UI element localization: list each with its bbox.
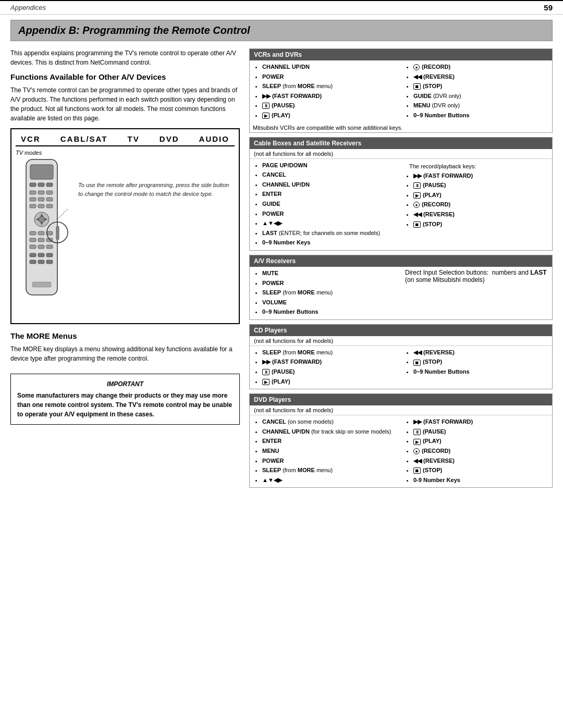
list-item: CANCEL (on some models): [262, 417, 397, 427]
list-item: ▲▼◀▶: [262, 219, 397, 228]
list-item: VOLUME: [262, 298, 397, 307]
list-item: ▶▶ (FAST FORWARD): [262, 92, 397, 101]
dvd-players-section: DVD Players (not all functions for all m…: [249, 393, 553, 488]
cable-satellite-section: Cable Boxes and Satellite Receivers (not…: [249, 137, 553, 251]
remote-diagram-area: TV modes: [16, 146, 235, 323]
list-item: ▶ (PLAY): [262, 377, 397, 387]
svg-rect-26: [30, 245, 36, 249]
list-item: 0–9 Number Keys: [262, 238, 397, 248]
list-item: CHANNEL UP/DN (for track skip on some mo…: [262, 427, 397, 437]
more-menus-body: The MORE key displays a menu showing add…: [10, 344, 240, 363]
svg-rect-35: [32, 282, 51, 287]
svg-rect-21: [38, 231, 44, 235]
svg-rect-3: [38, 183, 44, 187]
list-item: 0–9 Number Buttons: [262, 307, 397, 317]
list-item: ENTER: [262, 190, 397, 199]
svg-rect-7: [46, 191, 53, 194]
cable-satellite-header: Cable Boxes and Satellite Receivers: [250, 138, 552, 149]
dvd-col1: CANCEL (on some models) CHANNEL UP/DN (f…: [250, 415, 401, 487]
svg-point-15: [39, 216, 45, 223]
list-item: POWER: [262, 456, 397, 466]
cable-col2: The record/playback keys: ▶▶ (FAST FORWA…: [401, 159, 552, 250]
vcrs-dvrs-header: VCRs and DVRs: [250, 49, 552, 60]
svg-rect-27: [38, 245, 44, 249]
main-content: This appendix explains programming the T…: [0, 48, 563, 502]
svg-rect-5: [30, 191, 36, 194]
switch-audio: AUDIO: [199, 134, 229, 143]
important-box: IMPORTANT Some manufacturers may change …: [10, 374, 240, 425]
list-item: ◀◀ (REVERSE): [413, 348, 548, 357]
list-item: SLEEP (from MORE menu): [262, 466, 397, 475]
list-item: ● (RECORD): [413, 447, 548, 456]
list-item: 0–9 Number Buttons: [413, 367, 548, 377]
switch-diagram: VCR CABL/SAT TV DVD AUDIO TV modes: [10, 128, 240, 324]
list-item: ◀◀ (REVERSE): [413, 210, 548, 219]
switch-row: VCR CABL/SAT TV DVD AUDIO: [16, 132, 235, 146]
list-item: ● (RECORD): [413, 200, 548, 209]
cd-col2: ◀◀ (REVERSE) ⏹ (STOP) 0–9 Number Buttons: [401, 346, 552, 389]
appendix-title: Appendix B: Programming the Remote Contr…: [10, 20, 553, 41]
more-menus-section: The MORE Menus The MORE key displays a m…: [10, 331, 240, 363]
svg-rect-10: [46, 198, 53, 201]
diagram-caption: To use the remote after programming, pre…: [78, 150, 235, 198]
svg-rect-2: [30, 183, 36, 187]
switch-tv: TV: [128, 134, 140, 143]
av-col2: Direct Input Selection buttons: numbers …: [401, 267, 552, 319]
svg-rect-28: [46, 245, 53, 249]
list-item: ▶ (PLAY): [413, 437, 548, 446]
svg-rect-6: [38, 191, 44, 194]
svg-rect-29: [30, 253, 36, 257]
svg-rect-13: [46, 204, 53, 208]
header-title: Appendices: [10, 4, 46, 11]
cable-col2-note: The record/playback keys:: [405, 161, 548, 171]
list-item: GUIDE: [262, 200, 397, 209]
svg-rect-12: [38, 204, 44, 208]
right-column: VCRs and DVRs CHANNEL UP/DN POWER SLEEP …: [249, 48, 553, 492]
list-item: ◀◀ (REVERSE): [413, 72, 548, 82]
dvd-col2: ▶▶ (FAST FORWARD) ⏸ (PAUSE) ▶ (PLAY) ● (…: [401, 415, 552, 487]
dvd-players-subheader: (not all functions for all models): [250, 405, 552, 415]
cd-players-section: CD Players (not all functions for all mo…: [249, 324, 553, 389]
functions-body: The TV's remote control can be programme…: [10, 85, 240, 123]
svg-rect-23: [30, 238, 36, 242]
list-item: ⏸ (PAUSE): [262, 367, 397, 377]
list-item: ⏹ (STOP): [413, 357, 548, 367]
list-item: ⏹ (STOP): [413, 82, 548, 91]
list-item: LAST (ENTER; for channels on some models…: [262, 229, 397, 238]
list-item: PAGE UP/DOWN: [262, 161, 397, 170]
switch-cablsat: CABL/SAT: [60, 134, 108, 143]
vcrs-compat-note: Mitsubishi VCRs are compatible with some…: [250, 123, 552, 132]
list-item: POWER: [262, 209, 397, 219]
vcrs-dvrs-body: CHANNEL UP/DN POWER SLEEP (from MORE men…: [250, 60, 552, 123]
list-item: ENTER: [262, 437, 397, 446]
remote-illustration: TV modes: [16, 150, 73, 320]
svg-line-36: [57, 209, 68, 219]
list-item: POWER: [262, 279, 397, 288]
vcrs-dvrs-section: VCRs and DVRs CHANNEL UP/DN POWER SLEEP …: [249, 48, 553, 133]
more-menus-heading: The MORE Menus: [10, 331, 240, 340]
dvd-players-header: DVD Players: [250, 394, 552, 405]
list-item: 0–9 Number Buttons: [413, 111, 548, 120]
list-item: SLEEP (from MORE menu): [262, 348, 397, 357]
list-item: MENU (DVR only): [413, 101, 548, 110]
list-item: MENU: [262, 447, 397, 456]
tv-modes-label: TV modes: [16, 150, 73, 156]
list-item: CHANNEL UP/DN: [262, 180, 397, 190]
list-item: 0-9 Number Keys: [413, 476, 548, 485]
remote-svg: [16, 157, 73, 318]
svg-rect-0: [26, 159, 57, 295]
cd-players-subheader: (not all functions for all models): [250, 336, 552, 346]
list-item: ⏸ (PAUSE): [413, 427, 548, 437]
list-item: ▶ (PLAY): [413, 191, 548, 200]
list-item: ▶▶ (FAST FORWARD): [413, 417, 548, 427]
page-header: Appendices 59: [0, 0, 563, 15]
list-item: SLEEP (from MORE menu): [262, 288, 397, 298]
av-col1: MUTE POWER SLEEP (from MORE menu) VOLUME…: [250, 267, 401, 319]
svg-rect-33: [38, 260, 44, 264]
list-item: ▶▶ (FAST FORWARD): [262, 357, 397, 367]
cd-col1: SLEEP (from MORE menu) ▶▶ (FAST FORWARD)…: [250, 346, 401, 389]
av-receivers-section: A/V Receivers MUTE POWER SLEEP (from MOR…: [249, 255, 553, 320]
list-item: ⏹ (STOP): [413, 466, 548, 475]
av-receivers-body: MUTE POWER SLEEP (from MORE menu) VOLUME…: [250, 267, 552, 319]
left-column: This appendix explains programming the T…: [10, 48, 240, 492]
